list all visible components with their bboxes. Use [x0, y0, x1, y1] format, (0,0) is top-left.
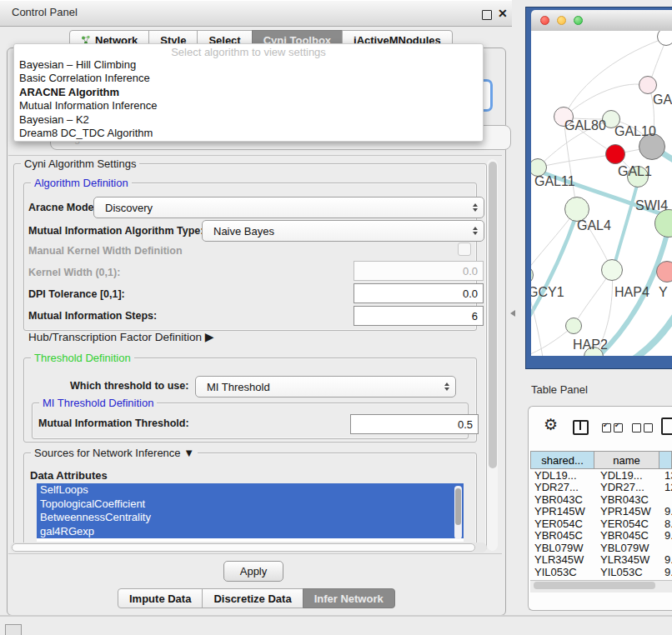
settings-hscrollbar-thumb[interactable]	[12, 543, 475, 552]
dropdown-item-basic-correlation-inference[interactable]: Basic Correlation Inference	[19, 72, 479, 85]
column-header-shared[interactable]: shared...	[530, 451, 594, 469]
network-window-titlebar[interactable]	[531, 10, 672, 32]
table-cell: YBL079W	[594, 542, 659, 554]
tab-impute-data[interactable]: Impute Data	[118, 588, 203, 608]
tab-infer-network[interactable]: Infer Network	[303, 588, 395, 608]
node-label-hap4: HAP4	[614, 285, 649, 300]
attributes-scrollbar-thumb[interactable]	[455, 488, 461, 525]
columns-icon[interactable]	[573, 420, 589, 435]
apply-button[interactable]: Apply	[223, 561, 283, 582]
which-threshold-label: Which threshold to use:	[70, 380, 188, 392]
gear-icon[interactable]: ⚙	[544, 417, 558, 433]
mi-steps-field[interactable]: 6	[354, 306, 484, 326]
table-header-row: shared...name	[530, 451, 672, 469]
attribute-item-betweennesscentrality[interactable]: BetweennessCentrality	[37, 511, 464, 525]
mi-type-combo[interactable]: Naive Bayes	[202, 220, 484, 242]
node-label-gcy1: GCY1	[531, 285, 564, 300]
tab-label: Infer Network	[314, 592, 384, 605]
table-hscrollbar-thumb[interactable]	[534, 582, 655, 589]
table-row[interactable]: YBR045CYBR045C9.	[530, 530, 672, 542]
aracne-mode-label: Aracne Mode:	[28, 202, 98, 213]
table-cell: 12	[659, 481, 672, 493]
divider	[8, 155, 502, 156]
table-cell: 13	[659, 469, 672, 482]
table-row[interactable]: YDR27...YDR27...12	[530, 482, 672, 494]
table-row[interactable]: YPR145WYPR145W9.	[530, 506, 672, 518]
table-row[interactable]: YBL079WYBL079W	[530, 542, 672, 554]
unselect-all-checks-icon[interactable]	[632, 423, 653, 432]
mi-threshold-field[interactable]: 0.5	[350, 414, 479, 434]
table-row[interactable]: YER054CYER054C8.	[530, 518, 672, 530]
zoom-traffic-light[interactable]	[574, 16, 583, 25]
table-body[interactable]: YDL19...YDL19...13YDR27...YDR27...12YBR0…	[530, 469, 672, 580]
table-cell: YDR27...	[594, 481, 659, 493]
table-cell: 9.	[659, 529, 672, 542]
close-traffic-light[interactable]	[540, 16, 549, 25]
kernel-width-field[interactable]: 0.0	[354, 261, 484, 281]
attribute-item-selfloops[interactable]: SelfLoops	[37, 483, 464, 498]
node-label-swi4: SWI4	[635, 198, 668, 213]
dropdown-item-dream8-dc-tdc-algorithm[interactable]: Dream8 DC_TDC Algorithm	[19, 127, 479, 140]
tab-discretize-data[interactable]: Discretize Data	[202, 588, 303, 608]
cyni-settings-legend: Cyni Algorithm Settings	[21, 158, 139, 170]
document-icon[interactable]	[661, 418, 672, 435]
table-cell: 9.	[659, 505, 672, 518]
node-label-gal80: GAL80	[564, 118, 606, 133]
stepper-icon	[444, 382, 449, 391]
dpi-tolerance-value: 0.0	[463, 288, 478, 300]
node-label-gal: GAL	[653, 92, 672, 108]
dropdown-items: Bayesian – Hill ClimbingBasic Correlatio…	[19, 58, 479, 140]
table-cell: YDL19...	[594, 469, 659, 482]
attribute-item-gal4rgexp[interactable]: gal4RGexp	[37, 525, 464, 539]
split-divider-arrow[interactable]	[510, 310, 515, 317]
table-cell: YBR043C	[530, 493, 594, 506]
table-row[interactable]: YLR345WYLR345W9.	[530, 554, 672, 567]
table-cell: YLR345W	[530, 553, 594, 566]
node-label-gal4: GAL4	[577, 218, 611, 233]
restore-panel-icon[interactable]	[5, 624, 22, 635]
float-window-icon[interactable]	[482, 10, 492, 20]
network-node[interactable]	[656, 261, 672, 282]
table-cell: YDR27...	[530, 481, 594, 493]
network-node[interactable]	[565, 318, 582, 334]
column-header-name[interactable]: name	[594, 451, 659, 469]
dropdown-item-mutual-information-inference[interactable]: Mutual Information Inference	[19, 99, 479, 112]
close-icon[interactable]: ✕	[498, 7, 508, 20]
table-cell: 8.	[659, 518, 672, 530]
control-panel-title: Control Panel	[12, 6, 78, 18]
node-label-y: Y	[659, 285, 668, 300]
table-row[interactable]: YIL053CYIL053C9.	[530, 566, 672, 578]
table-panel-title: Table Panel	[531, 383, 588, 396]
dropdown-item-bayesian-k2[interactable]: Bayesian – K2	[19, 113, 479, 127]
data-attributes-list[interactable]: SelfLoopsTopologicalCoefficientBetweenne…	[37, 483, 464, 542]
hub-section-label: Hub/Transcription Factor Definition	[28, 331, 202, 343]
table-cell: YLR345W	[594, 553, 659, 566]
dropdown-item-bayesian-hill-climbing[interactable]: Bayesian – Hill Climbing	[19, 58, 479, 72]
hub-section-toggle[interactable]: Hub/Transcription Factor Definition ▶	[28, 330, 214, 343]
table-row[interactable]: YDL19...YDL19...13	[530, 469, 672, 482]
sources-legend[interactable]: Sources for Network Inference ▼	[31, 447, 198, 459]
settings-vscrollbar-thumb[interactable]	[489, 162, 497, 468]
table-cell: 9.	[659, 566, 672, 578]
which-threshold-value: MI Threshold	[207, 381, 270, 393]
network-node[interactable]	[639, 76, 657, 94]
table-row[interactable]: YBR043CYBR043C	[530, 493, 672, 506]
tab-label: Discretize Data	[213, 592, 291, 605]
network-canvas[interactable]: GALGAL80GAL10GAL1GAL11SWI4GAL4GCY1HAP4YH…	[531, 31, 672, 356]
mi-type-value: Naive Bayes	[213, 225, 274, 238]
select-all-checks-icon[interactable]	[602, 423, 623, 432]
table-cell: YBR043C	[594, 493, 659, 506]
dropdown-item-aracne-algorithm[interactable]: ARACNE Algorithm	[19, 86, 479, 99]
dropdown-prompt: Select algorithm to view settings	[14, 46, 483, 58]
aracne-mode-value: Discovery	[105, 202, 153, 214]
dpi-tolerance-field[interactable]: 0.0	[354, 283, 484, 303]
manual-kernel-checkbox[interactable]	[458, 242, 471, 256]
network-node[interactable]	[601, 259, 623, 281]
network-node[interactable]	[605, 144, 625, 164]
column-header-extra[interactable]	[659, 451, 672, 469]
minimize-traffic-light[interactable]	[557, 16, 566, 25]
which-threshold-combo[interactable]: MI Threshold	[195, 376, 456, 398]
aracne-mode-combo[interactable]: Discovery	[93, 197, 484, 218]
table-cell: YBR045C	[530, 529, 594, 542]
attribute-item-topologicalcoefficient[interactable]: TopologicalCoefficient	[37, 498, 464, 512]
